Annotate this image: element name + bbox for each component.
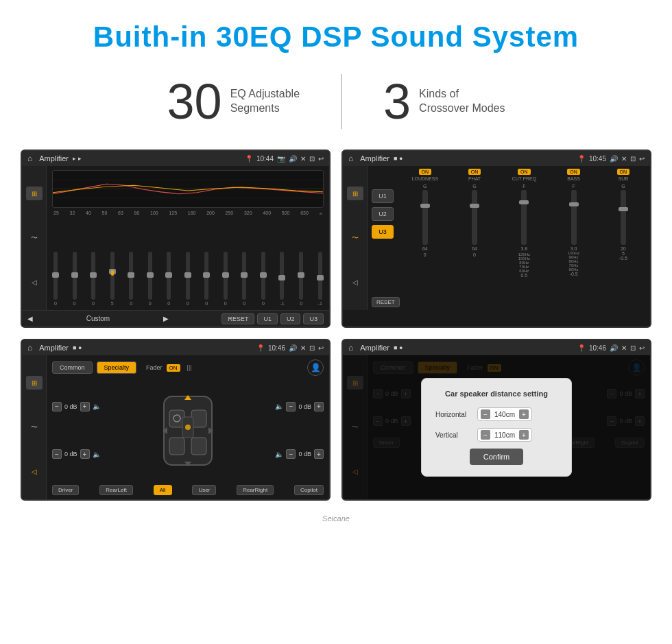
svg-rect-7 <box>191 438 206 455</box>
profile-icon[interactable]: 👤 <box>307 359 324 376</box>
back-icon3: ↩ <box>318 344 324 352</box>
screen1-status-icons: 📍 10:44 📷 🔊 ✕ ⊡ ↩ <box>245 155 324 163</box>
slider-9: 0 <box>204 252 208 306</box>
fullscreen-icon: ⊡ <box>309 155 315 163</box>
eq-icon[interactable]: ⊞ <box>26 187 43 200</box>
cross-reset-button[interactable]: RESET <box>372 297 400 307</box>
svg-point-10 <box>185 425 191 430</box>
loudness-channel: ON LOUDNESS G 64 0 <box>403 169 448 307</box>
play-icon: ▸ ▸ <box>73 155 82 162</box>
back-icon2: ↩ <box>639 155 645 163</box>
eq-freq-labels: 2532405063 80100125160200 25032040050063… <box>52 211 324 217</box>
horizontal-minus-btn[interactable]: − <box>481 409 490 419</box>
screen3-sidebar: ⊞ 〜 ◁ <box>22 355 47 499</box>
slider-14: 0 <box>299 252 303 306</box>
screen1-topbar: ⌂ Amplifier ▸ ▸ 📍 10:44 📷 🔊 ✕ ⊡ ↩ <box>22 151 329 166</box>
volume-icon: 🔊 <box>289 155 297 163</box>
bass-channel: ON BASS F 3.0 100Hz 90Hz 80Hz 70Hz 60Hz … <box>551 169 596 307</box>
screen2-status-icons: 📍 10:45 🔊 ✕ ⊡ ↩ <box>577 155 645 163</box>
screen-eq: ⌂ Amplifier ▸ ▸ 📍 10:44 📷 🔊 ✕ ⊡ ↩ ⊞ 〜 ◁ <box>21 150 331 328</box>
wave-icon3[interactable]: 〜 <box>26 420 43 434</box>
close-icon2: ✕ <box>621 155 627 163</box>
slider-2: 0 <box>73 252 77 306</box>
close-icon: ✕ <box>300 155 306 163</box>
fl-plus-btn[interactable]: + <box>80 402 90 412</box>
eq-icon3[interactable]: ⊞ <box>26 376 43 390</box>
camera-icon: 📷 <box>277 155 285 163</box>
watermark: Seicane <box>0 514 672 529</box>
confirm-button[interactable]: Confirm <box>470 449 524 465</box>
vertical-row: Vertical − 110cm + <box>435 428 557 442</box>
u2-button[interactable]: U2 <box>280 313 301 324</box>
rearleft-button[interactable]: RearLeft <box>99 485 133 495</box>
fr-plus-btn[interactable]: + <box>314 402 324 412</box>
home-icon4: ⌂ <box>348 343 353 353</box>
eq-icon2[interactable]: ⊞ <box>347 187 363 200</box>
reset-button[interactable]: RESET <box>221 313 254 324</box>
common-tab[interactable]: Common <box>52 361 93 374</box>
eq-label: EQ AdjustableSegments <box>230 87 300 116</box>
preset-u3[interactable]: U3 <box>372 225 394 239</box>
crossover-stat: 3 Kinds ofCrossover Modes <box>342 77 546 126</box>
rl-minus-btn[interactable]: − <box>52 449 62 459</box>
preset-u1[interactable]: U1 <box>372 189 394 203</box>
screen2-topbar: ⌂ Amplifier ■ ● 📍 10:45 🔊 ✕ ⊡ ↩ <box>343 151 650 166</box>
vertical-plus-btn[interactable]: + <box>519 430 529 440</box>
slider-3: 0 <box>91 252 95 306</box>
rr-minus-btn[interactable]: − <box>286 449 296 459</box>
phat-slider <box>472 190 477 245</box>
dialog-title: Car speaker distance setting <box>435 390 557 398</box>
vertical-stepper: − 110cm + <box>477 428 532 442</box>
speaker-icon2[interactable]: ◁ <box>347 276 363 289</box>
slider-12: 0 <box>261 252 265 306</box>
rr-db-control: 🔈 − 0 dB + <box>275 449 324 459</box>
fl-minus-btn[interactable]: − <box>52 402 62 412</box>
fr-minus-btn[interactable]: − <box>286 402 296 412</box>
back-icon: ↩ <box>318 155 324 163</box>
record-icon3: ■ ● <box>73 344 82 351</box>
horizontal-row: Horizontal − 140cm + <box>435 407 557 421</box>
page-header: Buith-in 30EQ DSP Sound System <box>0 0 672 67</box>
specialty-tab[interactable]: Specialty <box>97 361 137 374</box>
fader-label: Fader <box>146 364 163 371</box>
u1-button[interactable]: U1 <box>257 313 278 324</box>
rl-plus-btn[interactable]: + <box>80 449 90 459</box>
user-button[interactable]: User <box>192 485 216 495</box>
u3-button[interactable]: U3 <box>303 313 324 324</box>
fader-on-badge: ON <box>167 364 180 372</box>
driver-button[interactable]: Driver <box>52 485 79 495</box>
all-button[interactable]: All <box>154 485 172 495</box>
car-diagram-area <box>106 380 270 481</box>
page-title: Buith-in 30EQ DSP Sound System <box>14 21 658 53</box>
vertical-value: 110cm <box>492 431 517 439</box>
rr-db-value: 0 dB <box>298 451 311 457</box>
horizontal-plus-btn[interactable]: + <box>519 409 529 419</box>
speaker-icon[interactable]: ◁ <box>26 276 43 289</box>
next-icon[interactable]: ▶ <box>163 315 169 322</box>
location-icon2: 📍 <box>577 155 586 163</box>
preset-u2[interactable]: U2 <box>372 207 394 221</box>
screen4-status-icons: 📍 10:46 🔊 ✕ ⊡ ↩ <box>577 344 645 352</box>
rr-plus-btn[interactable]: + <box>314 449 324 459</box>
screen-crossover: ⌂ Amplifier ■ ● 📍 10:45 🔊 ✕ ⊡ ↩ ⊞ 〜 ◁ U1 <box>341 150 651 328</box>
copilot-button[interactable]: Copilot <box>294 485 324 495</box>
fr-speaker-icon: 🔈 <box>275 403 283 410</box>
record-icon: ■ ● <box>394 155 403 162</box>
vertical-minus-btn[interactable]: − <box>481 430 490 440</box>
eq-chart <box>52 170 324 208</box>
slider-6: 0 <box>148 252 152 306</box>
location-icon3: 📍 <box>256 344 265 352</box>
screen3-title: Amplifier <box>39 344 69 352</box>
fl-db-value: 0 dB <box>64 403 77 410</box>
prev-icon[interactable]: ◀ <box>27 315 33 322</box>
screen2-title: Amplifier <box>360 154 389 163</box>
horizontal-stepper: − 140cm + <box>477 407 532 421</box>
phat-on-badge: ON <box>468 169 481 175</box>
wave-icon2[interactable]: 〜 <box>347 231 363 245</box>
rearright-button[interactable]: RearRight <box>237 485 274 495</box>
wave-icon[interactable]: 〜 <box>26 231 43 245</box>
car-svg <box>157 390 219 472</box>
distance-dialog: Car speaker distance setting Horizontal … <box>421 378 572 477</box>
location-icon: 📍 <box>245 155 253 163</box>
speaker-icon3[interactable]: ◁ <box>26 465 43 479</box>
